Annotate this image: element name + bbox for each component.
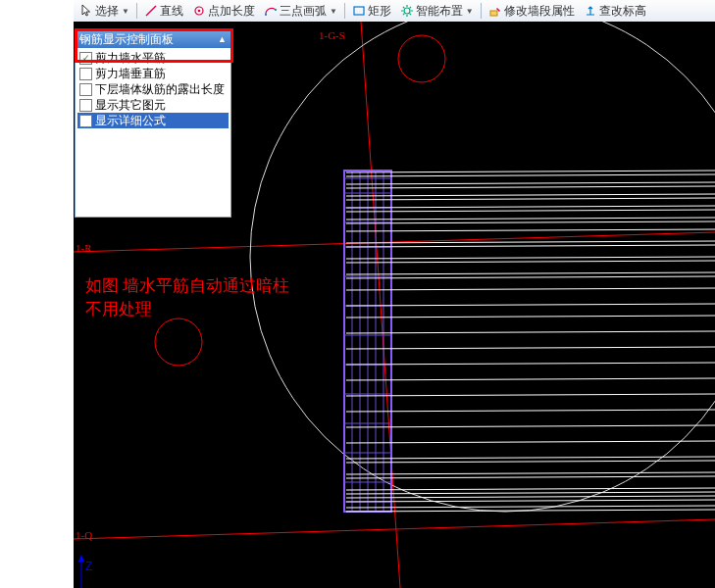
grid-label-bot: 1-Q — [76, 529, 92, 541]
line-tool[interactable]: 直线 — [140, 2, 187, 21]
dropdown-icon: ▼ — [466, 7, 474, 16]
add-length-label: 点加长度 — [208, 3, 255, 20]
svg-line-43 — [346, 221, 715, 223]
panel-toggle-icon[interactable]: ▲ — [218, 34, 227, 44]
select-label: 选择 — [95, 3, 119, 20]
svg-line-65 — [346, 476, 715, 478]
edit-wall-label: 修改墙段属性 — [504, 3, 575, 20]
svg-line-66 — [346, 488, 715, 490]
panel-item-4[interactable]: 显示详细公式 — [77, 113, 229, 128]
svg-line-35 — [346, 174, 715, 176]
svg-point-2 — [198, 10, 201, 13]
svg-point-3 — [265, 14, 267, 16]
svg-line-53 — [346, 316, 715, 318]
panel-item-0[interactable]: ✓剪力墙水平筋 — [77, 50, 229, 66]
grid-label-mid: 1-R — [76, 242, 92, 254]
panel-item-label: 剪力墙垂直筋 — [95, 66, 166, 82]
axis-z-label: Z — [85, 560, 92, 573]
cursor-icon — [79, 4, 93, 18]
svg-rect-7 — [490, 11, 497, 16]
svg-line-63 — [346, 461, 715, 463]
svg-rect-5 — [354, 7, 364, 15]
toolbar-separator — [136, 3, 137, 19]
toolbar-separator — [481, 3, 482, 19]
line-label: 直线 — [160, 3, 183, 20]
svg-line-42 — [346, 218, 715, 220]
svg-point-12 — [155, 318, 202, 366]
rect-label: 矩形 — [368, 3, 391, 20]
panel-body: ✓剪力墙水平筋剪力墙垂直筋下层墙体纵筋的露出长度显示其它图元显示详细公式 — [76, 48, 230, 217]
svg-line-0 — [146, 6, 156, 16]
svg-line-58 — [346, 394, 715, 396]
line-icon — [144, 4, 158, 18]
smart-layout-label: 智能布置 — [416, 3, 463, 20]
panel-item-label: 显示详细公式 — [95, 113, 166, 129]
rect-tool[interactable]: 矩形 — [348, 2, 395, 21]
svg-point-13 — [250, 22, 715, 512]
checkbox-icon[interactable] — [79, 115, 92, 127]
rebar-display-panel: 钢筋显示控制面板 ▲ ✓剪力墙水平筋剪力墙垂直筋下层墙体纵筋的露出长度显示其它图… — [75, 29, 231, 218]
view-std-label: 查改标高 — [599, 3, 646, 20]
arc-label: 三点画弧 — [280, 3, 327, 20]
svg-line-54 — [346, 331, 715, 333]
dropdown-icon: ▼ — [330, 7, 337, 16]
panel-item-1[interactable]: 剪力墙垂直筋 — [77, 66, 229, 81]
svg-line-69 — [346, 500, 715, 502]
rect-icon — [352, 4, 366, 18]
svg-line-55 — [346, 347, 715, 349]
arc-icon — [264, 4, 278, 18]
panel-item-label: 显示其它图元 — [95, 97, 166, 114]
svg-line-48 — [346, 261, 715, 263]
svg-line-52 — [346, 304, 715, 306]
dropdown-icon: ▼ — [122, 7, 129, 16]
panel-titlebar[interactable]: 钢筋显示控制面板 ▲ — [76, 30, 230, 48]
svg-line-10 — [361, 22, 400, 588]
edit-wall-attr-tool[interactable]: 修改墙段属性 — [485, 2, 579, 21]
main-toolbar: 选择 ▼ 直线 点加长度 三点画弧 ▼ 矩形 智能布置 ▼ — [74, 0, 715, 23]
svg-line-68 — [346, 496, 715, 498]
panel-title-text: 钢筋显示控制面板 — [79, 31, 174, 48]
svg-line-67 — [346, 492, 715, 494]
toolbar-separator — [344, 3, 345, 19]
svg-point-11 — [398, 35, 445, 82]
checkbox-icon[interactable]: ✓ — [79, 52, 92, 65]
panel-item-label: 剪力墙水平筋 — [95, 50, 166, 67]
svg-line-49 — [346, 272, 715, 274]
checkbox-icon[interactable] — [79, 99, 92, 112]
elevation-icon — [584, 4, 597, 18]
add-length-tool[interactable]: 点加长度 — [188, 2, 259, 21]
svg-line-36 — [346, 182, 715, 184]
panel-item-label: 下层墙体纵筋的露出长度 — [95, 81, 225, 98]
arc-3pt-tool[interactable]: 三点画弧 ▼ — [260, 2, 341, 21]
gear-icon — [400, 4, 414, 18]
svg-line-46 — [346, 245, 715, 247]
edit-icon — [488, 4, 502, 18]
point-add-icon — [192, 4, 206, 18]
svg-line-51 — [346, 288, 715, 290]
svg-point-6 — [404, 8, 410, 14]
svg-line-64 — [346, 472, 715, 474]
svg-line-61 — [346, 441, 715, 443]
svg-line-62 — [346, 457, 715, 459]
svg-line-41 — [346, 210, 715, 212]
checkbox-icon[interactable] — [79, 83, 92, 96]
svg-point-4 — [275, 9, 277, 11]
panel-item-2[interactable]: 下层墙体纵筋的露出长度 — [77, 81, 229, 97]
svg-line-50 — [346, 276, 715, 278]
svg-line-60 — [346, 425, 715, 427]
svg-line-57 — [346, 378, 715, 380]
svg-line-37 — [346, 186, 715, 188]
svg-line-9 — [74, 519, 715, 539]
svg-line-59 — [346, 410, 715, 412]
left-ruler-column — [0, 0, 75, 588]
view-std-tool[interactable]: 查改标高 — [580, 2, 650, 21]
svg-line-34 — [346, 171, 715, 172]
checkbox-icon[interactable] — [79, 68, 92, 80]
svg-line-39 — [346, 198, 715, 200]
grid-label-top: 1-G-S — [319, 29, 345, 41]
svg-line-40 — [346, 206, 715, 208]
smart-layout-tool[interactable]: 智能布置 ▼ — [396, 2, 478, 21]
svg-line-47 — [346, 257, 715, 259]
select-tool[interactable]: 选择 ▼ — [76, 2, 133, 21]
panel-item-3[interactable]: 显示其它图元 — [77, 97, 229, 113]
